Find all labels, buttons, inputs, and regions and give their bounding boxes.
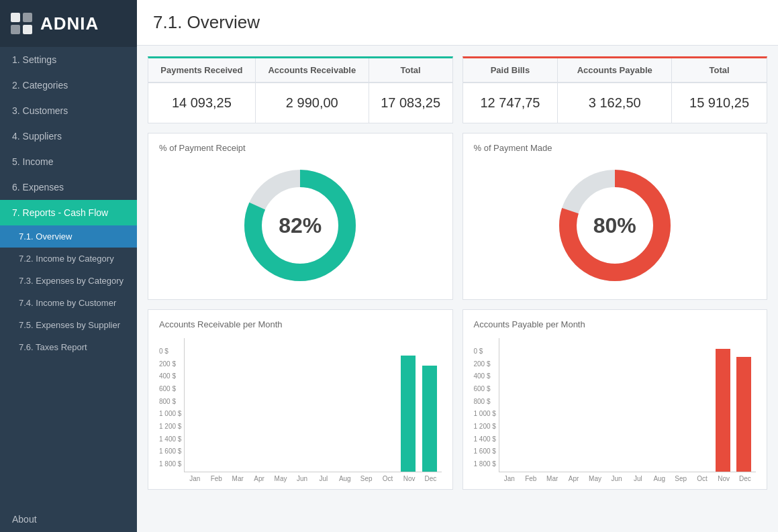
bar-col — [419, 338, 440, 472]
bar-col — [228, 338, 250, 472]
donut-right-wrap: 80% — [551, 162, 679, 289]
sidebar-item-about[interactable]: About — [0, 507, 137, 532]
bar-left-yaxis: 1 800 $1 600 $1 400 $1 200 $1 000 $800 $… — [159, 348, 181, 482]
right-col2-header: Accounts Payable — [558, 58, 672, 83]
bar-col — [522, 338, 543, 472]
sidebar-item-categories[interactable]: 2. Categories — [0, 72, 137, 98]
bar-month-label: Sep — [356, 472, 377, 482]
sidebar-subitem-expenses-supplier[interactable]: 7.5. Expenses by Supplier — [0, 314, 137, 336]
bar-y-label: 400 $ — [159, 373, 181, 380]
bar-y-label: 1 600 $ — [159, 448, 181, 455]
donut-left-title: % of Payment Receipt — [159, 143, 442, 153]
bar-col — [564, 338, 585, 472]
sidebar-item-customers[interactable]: 3. Customers — [0, 98, 137, 123]
bar-y-label: 0 $ — [159, 348, 181, 355]
sidebar: ADNIA 1. Settings 2. Categories 3. Custo… — [0, 0, 137, 532]
svg-rect-0 — [11, 13, 20, 22]
bar-month-label: Feb — [520, 472, 542, 482]
bar-rect — [422, 366, 437, 472]
content-area: Payments Received Accounts Receivable To… — [137, 46, 778, 500]
bar-col — [648, 338, 670, 472]
bar-month-label: Mar — [542, 472, 563, 482]
right-val1: 12 747,75 — [463, 83, 558, 123]
sidebar-item-reports[interactable]: 7. Reports - Cash Flow — [0, 200, 137, 225]
bar-col — [734, 338, 755, 472]
bar-month-label: Apr — [563, 472, 585, 482]
svg-rect-2 — [11, 25, 20, 34]
donut-right-label: 80% — [593, 213, 636, 238]
bar-month-label: Aug — [334, 472, 356, 482]
left-col3-header: Total — [369, 58, 452, 83]
bar-month-label: Apr — [248, 472, 270, 482]
bar-y-label: 1 800 $ — [474, 461, 496, 468]
bar-y-label: 200 $ — [159, 361, 181, 368]
bar-right-card: Accounts Payable per Month 1 800 $1 600 … — [463, 309, 768, 490]
bar-month-label: Aug — [648, 472, 670, 482]
bar-y-label: 800 $ — [159, 398, 181, 405]
bar-right-yaxis: 1 800 $1 600 $1 400 $1 200 $1 000 $800 $… — [474, 348, 496, 482]
bar-col — [186, 338, 207, 472]
sidebar-subitem-income-customer[interactable]: 7.4. Income by Customer — [0, 292, 137, 314]
donut-left-wrap: 82% — [236, 162, 364, 289]
left-col1-header: Payments Received — [148, 58, 255, 83]
bar-y-label: 600 $ — [474, 386, 496, 392]
sidebar-item-income[interactable]: 5. Income — [0, 149, 137, 174]
bar-month-label: Dec — [734, 472, 756, 482]
bar-col — [356, 338, 377, 472]
page-header: 7.1. Overview — [137, 0, 778, 46]
sidebar-subitem-taxes[interactable]: 7.6. Taxes Report — [0, 336, 137, 358]
bar-month-label: Feb — [205, 472, 227, 482]
bar-y-label: 1 600 $ — [474, 448, 496, 455]
bar-month-label: Jul — [313, 472, 334, 482]
bar-left-container: 1 800 $1 600 $1 400 $1 200 $1 000 $800 $… — [159, 335, 442, 482]
bar-month-label: Mar — [227, 472, 248, 482]
bar-col — [606, 338, 628, 472]
sidebar-item-suppliers[interactable]: 4. Suppliers — [0, 123, 137, 149]
bar-month-label: Nov — [713, 472, 734, 482]
bar-col — [377, 338, 398, 472]
bar-rect — [401, 356, 416, 472]
bar-col — [501, 338, 522, 472]
donut-left-label: 82% — [279, 213, 322, 238]
bar-month-label: Oct — [691, 472, 713, 482]
sidebar-subitem-income-category[interactable]: 7.2. Income by Category — [0, 248, 137, 270]
bar-month-label: Jan — [499, 472, 520, 482]
bar-y-label: 800 $ — [474, 398, 496, 405]
right-val3: 15 910,25 — [672, 83, 767, 123]
left-val1: 14 093,25 — [148, 83, 255, 123]
right-summary-table: Paid Bills Accounts Payable Total 12 747… — [463, 56, 768, 123]
bar-col — [292, 338, 313, 472]
left-val3: 17 083,25 — [369, 83, 452, 123]
page-title: 7.1. Overview — [153, 12, 260, 32]
bar-col — [712, 338, 734, 472]
sidebar-subitem-overview[interactable]: 7.1. Overview — [0, 225, 137, 248]
logo: ADNIA — [0, 0, 137, 47]
bar-left-title: Accounts Receivable per Month — [159, 319, 442, 329]
bar-left-bars — [184, 338, 441, 472]
sidebar-item-expenses[interactable]: 6. Expenses — [0, 174, 137, 200]
bar-month-label: Nov — [399, 472, 420, 482]
svg-rect-1 — [23, 13, 32, 22]
right-val2: 3 162,50 — [558, 83, 672, 123]
left-val2: 2 990,00 — [255, 83, 369, 123]
bar-right-plot: JanFebMarAprMayJunJulAugSepOctNovDec — [499, 338, 756, 482]
bar-col — [585, 338, 607, 472]
bar-col — [334, 338, 356, 472]
bar-col — [313, 338, 334, 472]
bar-y-label: 0 $ — [474, 348, 496, 355]
bar-col — [628, 338, 649, 472]
right-col1-header: Paid Bills — [463, 58, 558, 83]
left-summary-table: Payments Received Accounts Receivable To… — [148, 56, 453, 123]
bar-y-label: 200 $ — [474, 361, 496, 368]
donut-right-card: % of Payment Made 80% — [463, 133, 768, 300]
bar-right-bars — [499, 338, 756, 472]
bar-left-labels: JanFebMarAprMayJunJulAugSepOctNovDec — [184, 472, 441, 482]
sidebar-item-settings[interactable]: 1. Settings — [0, 47, 137, 72]
bar-y-label: 1 200 $ — [159, 423, 181, 430]
sidebar-subitem-expenses-category[interactable]: 7.3. Expenses by Category — [0, 270, 137, 292]
right-col3-header: Total — [672, 58, 767, 83]
bar-right-labels: JanFebMarAprMayJunJulAugSepOctNovDec — [499, 472, 756, 482]
logo-icon — [9, 11, 34, 36]
bar-col — [398, 338, 420, 472]
bar-month-label: Jan — [184, 472, 205, 482]
